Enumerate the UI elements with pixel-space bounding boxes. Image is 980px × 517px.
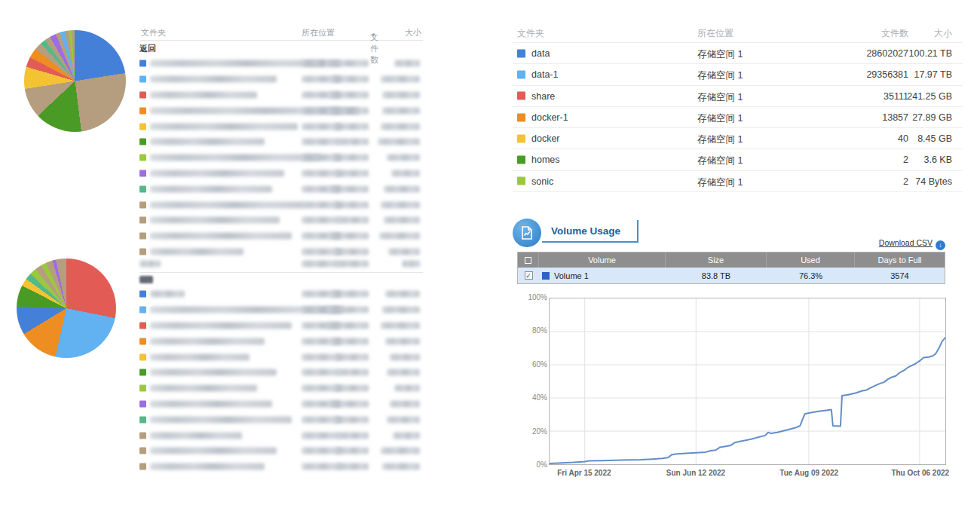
- redacted-folder-name: [150, 60, 325, 67]
- column-header-folder[interactable]: 文件夹: [141, 27, 166, 38]
- shared-folder-row[interactable]: docker存储空间 1408.45 GB: [513, 127, 963, 148]
- download-arrow-icon[interactable]: ↓: [936, 240, 945, 250]
- table-row-redacted[interactable]: [139, 286, 423, 302]
- table-row-redacted[interactable]: [139, 318, 423, 334]
- usage-line-series: [550, 298, 945, 464]
- folder-name: docker: [531, 133, 560, 144]
- redacted-filecount: [331, 76, 369, 83]
- redacted-column-header: [302, 261, 339, 268]
- redacted-folder-name: [150, 448, 277, 454]
- redacted-filecount: [326, 60, 369, 67]
- volume-row[interactable]: ✓ Volume 1 83.8 TB 76.3% 3574: [518, 268, 945, 283]
- redacted-filecount: [338, 139, 369, 145]
- x-axis-tick-label: Thu Oct 06 2022: [891, 469, 949, 477]
- column-header-days-to-full[interactable]: Days to Full: [855, 252, 945, 268]
- folder-location: 存储空间 1: [697, 112, 743, 125]
- table-row-redacted[interactable]: [139, 459, 423, 475]
- folder-size: 27.89 GB: [912, 112, 952, 123]
- folder-color-swatch: [139, 353, 146, 360]
- folder-color-swatch: [139, 233, 146, 240]
- folder-color-swatch: [139, 107, 146, 114]
- back-link[interactable]: 返回: [139, 41, 423, 56]
- shared-folder-row[interactable]: homes存储空间 123.6 KB: [513, 148, 963, 170]
- column-header-location[interactable]: 所在位置: [697, 27, 733, 40]
- redacted-size: [381, 123, 420, 130]
- table-row-redacted[interactable]: [139, 72, 423, 87]
- shared-folder-row[interactable]: data-1存储空间 12935638117.97 TB: [513, 63, 963, 84]
- folder-location: 存储空间 1: [697, 91, 743, 104]
- table-row-redacted[interactable]: [139, 150, 423, 166]
- table-row-redacted[interactable]: [139, 381, 423, 396]
- shared-folder-row[interactable]: share存储空间 135111241.25 GB: [513, 85, 963, 106]
- folder-color-swatch: [139, 338, 146, 344]
- chart-plot-area: [549, 298, 946, 465]
- download-csv-row: Download CSV↓: [517, 238, 945, 250]
- table-row-redacted[interactable]: [139, 411, 423, 427]
- redacted-folder-name: [150, 463, 265, 470]
- table-row-redacted[interactable]: [139, 134, 423, 150]
- folder-size: 17.97 TB: [914, 69, 952, 80]
- folder-filecount: 28602027: [866, 48, 908, 59]
- table-row-redacted[interactable]: [139, 197, 423, 213]
- volume-color-swatch: [542, 272, 550, 280]
- table-row-redacted[interactable]: [139, 333, 423, 349]
- column-header-location[interactable]: 所在位置: [302, 27, 335, 38]
- folder-size: 74 Bytes: [915, 176, 952, 187]
- redacted-size: [379, 233, 420, 240]
- redacted-size: [387, 154, 420, 161]
- folder-color-swatch: [139, 369, 146, 376]
- table-row-redacted[interactable]: [139, 181, 423, 197]
- redacted-size: [381, 201, 420, 208]
- shared-folder-row[interactable]: sonic存储空间 1274 Bytes: [513, 170, 963, 191]
- table-row-redacted[interactable]: [139, 213, 423, 228]
- column-header-filecount[interactable]: 文件数: [881, 27, 908, 40]
- redacted-folder-name: [150, 201, 304, 208]
- shared-folder-table-header: 文件夹 所在位置 文件数 大小: [513, 21, 963, 42]
- table-row-redacted[interactable]: [139, 365, 423, 381]
- folder-color-swatch: [139, 76, 146, 83]
- folder-location: 存储空间 1: [697, 48, 743, 61]
- table-row-redacted[interactable]: [139, 443, 423, 459]
- folder-location: 存储空间 1: [697, 176, 743, 189]
- shared-folder-table-rows: data存储空间 128602027100.21 TBdata-1存储空间 12…: [513, 42, 963, 192]
- column-header-volume-size[interactable]: Size: [666, 252, 767, 268]
- table-row-redacted[interactable]: [139, 102, 423, 118]
- table-row-redacted[interactable]: [139, 427, 423, 443]
- redacted-filecount: [334, 201, 369, 208]
- column-header-volume[interactable]: Volume: [539, 252, 666, 268]
- folder-size-pie-chart-top: [24, 30, 126, 132]
- column-header-used[interactable]: Used: [767, 252, 855, 268]
- folder-color-swatch: [139, 154, 146, 161]
- table-row-redacted[interactable]: [139, 228, 423, 244]
- folder-color-swatch: [139, 307, 146, 314]
- column-header-folder[interactable]: 文件夹: [517, 27, 544, 40]
- redacted-location: [302, 369, 341, 376]
- folder-color-swatch: [517, 113, 525, 121]
- shared-folder-row[interactable]: docker-1存储空间 11385727.89 GB: [513, 106, 963, 127]
- table-row-redacted[interactable]: [139, 56, 423, 72]
- table-row-redacted[interactable]: [139, 166, 423, 182]
- y-axis-tick-label: 60%: [519, 360, 547, 369]
- table-row-redacted[interactable]: [139, 118, 423, 134]
- table-row-redacted[interactable]: [139, 396, 423, 412]
- folder-color-swatch: [517, 70, 525, 78]
- checkbox-checked-icon[interactable]: ✓: [525, 271, 533, 280]
- table-row-redacted[interactable]: [139, 87, 423, 103]
- column-header-size[interactable]: 大小: [405, 27, 421, 38]
- back-link-redacted[interactable]: [139, 273, 423, 286]
- redacted-size: [390, 400, 420, 407]
- download-csv-link[interactable]: Download CSV: [879, 238, 933, 247]
- select-all-checkbox[interactable]: [525, 257, 531, 264]
- table-row-redacted[interactable]: [139, 349, 423, 365]
- y-axis-tick-label: 40%: [519, 393, 547, 402]
- folder-color-swatch: [139, 185, 146, 192]
- shared-folder-row[interactable]: data存储空间 128602027100.21 TB: [513, 42, 963, 63]
- redacted-folder-name: [150, 322, 292, 329]
- folder-filecount: 29356381: [866, 69, 908, 80]
- sort-descending-icon: ▾: [372, 32, 375, 38]
- redacted-location: [302, 139, 341, 145]
- column-header-size[interactable]: 大小: [934, 27, 952, 40]
- table-row-redacted[interactable]: [139, 302, 423, 318]
- folder-color-swatch: [517, 49, 525, 57]
- redacted-size: [378, 139, 420, 145]
